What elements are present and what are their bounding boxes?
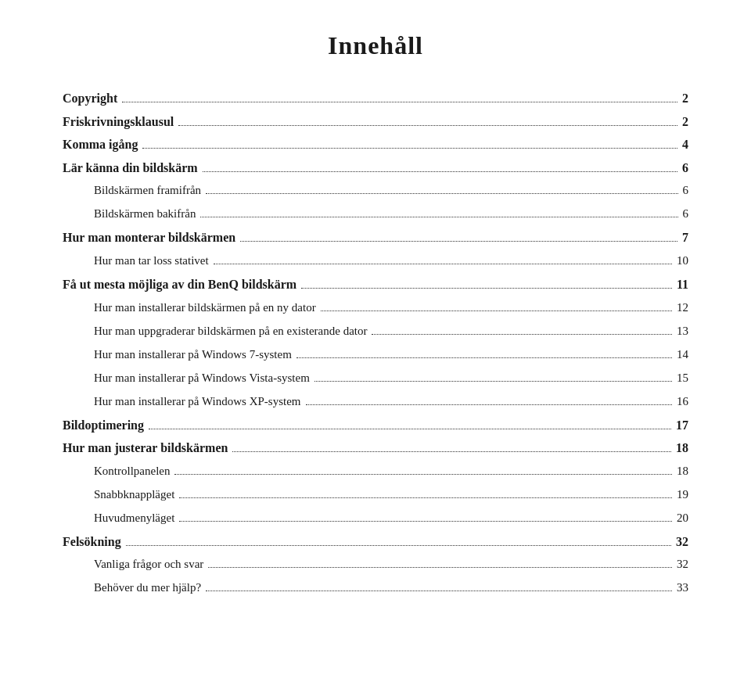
toc-dots	[232, 451, 671, 452]
toc-item: Bildoptimering17	[63, 415, 688, 436]
toc-item: Hur man tar loss stativet10	[63, 251, 688, 270]
toc-item: Hur man installerar på Windows Vista-sys…	[63, 368, 688, 387]
toc-dots	[206, 591, 672, 591]
toc-page: 6	[682, 158, 688, 178]
toc-label: Hur man monterar bildskärmen	[63, 228, 235, 248]
toc-page: 18	[676, 438, 688, 458]
toc-item: Hur man installerar på Windows 7-system1…	[63, 345, 688, 364]
toc-page: 11	[677, 275, 688, 295]
toc-label: Bildoptimering	[63, 415, 144, 436]
toc-item: Hur man uppgraderar bildskärmen på en ex…	[63, 321, 688, 340]
toc-page: 18	[677, 461, 688, 480]
toc-label: Hur man installerar bildskärmen på en ny…	[94, 298, 316, 317]
toc-item: Lär känna din bildskärm6	[63, 158, 688, 178]
toc-dots	[179, 521, 672, 522]
toc-item: Behöver du mer hjälp?33	[63, 578, 688, 597]
toc-dots	[208, 567, 672, 568]
toc-dots	[240, 241, 677, 242]
toc-label: Bildskärmen framifrån	[94, 181, 201, 199]
toc-dots	[122, 102, 677, 102]
toc-dots	[149, 429, 671, 429]
toc-page: 13	[677, 321, 688, 340]
toc-label: Felsökning	[63, 532, 121, 552]
toc-page: 33	[677, 578, 688, 597]
toc-page: 32	[676, 532, 688, 552]
toc-label: Kontrollpanelen	[94, 461, 170, 480]
toc-label: Bildskärmen bakifrån	[94, 204, 196, 223]
page-title: Innehåll	[63, 31, 688, 60]
toc-dots	[301, 288, 672, 289]
toc-page: 4	[682, 135, 688, 155]
toc-page: 14	[677, 345, 688, 364]
toc-item: Få ut mesta möjliga av din BenQ bildskär…	[63, 275, 688, 295]
toc-page: 17	[676, 415, 688, 436]
toc-label: Vanliga frågor och svar	[94, 555, 203, 573]
toc-item: Hur man monterar bildskärmen7	[63, 228, 688, 248]
toc-page: 6	[683, 204, 689, 223]
toc-dots	[206, 193, 677, 194]
toc-dots	[296, 357, 672, 358]
toc-item: Kontrollpanelen18	[63, 461, 688, 480]
toc-label: Snabbknappläget	[94, 485, 174, 504]
toc-dots	[306, 404, 673, 405]
toc-dots	[142, 148, 677, 149]
toc-dots	[203, 171, 677, 172]
toc-item: Copyright2	[63, 88, 688, 109]
toc-label: Lär känna din bildskärm	[63, 158, 198, 178]
toc-page: 2	[682, 112, 688, 132]
toc-list: Copyright2Friskrivningsklausul2Komma igå…	[63, 88, 688, 597]
toc-page: 6	[683, 181, 689, 199]
toc-label: Hur man justerar bildskärmen	[63, 438, 228, 458]
toc-page: 32	[677, 555, 688, 573]
toc-item: Hur man installerar bildskärmen på en ny…	[63, 298, 688, 317]
toc-item: Bildskärmen bakifrån6	[63, 204, 688, 223]
toc-page: 12	[677, 298, 688, 317]
toc-page: 2	[682, 88, 688, 109]
toc-dots	[178, 125, 677, 126]
toc-page: 20	[677, 508, 688, 527]
toc-dots	[200, 217, 677, 217]
toc-label: Komma igång	[63, 135, 138, 155]
toc-label: Hur man installerar på Windows XP-system	[94, 392, 301, 411]
toc-item: Snabbknappläget19	[63, 485, 688, 504]
toc-page: 19	[677, 485, 688, 504]
toc-item: Hur man justerar bildskärmen18	[63, 438, 688, 458]
toc-dots	[174, 474, 672, 475]
toc-item: Huvudmenyläget20	[63, 508, 688, 527]
toc-page: 15	[677, 368, 688, 387]
toc-dots	[314, 381, 672, 382]
toc-label: Få ut mesta möjliga av din BenQ bildskär…	[63, 275, 296, 295]
toc-label: Friskrivningsklausul	[63, 112, 174, 132]
toc-label: Copyright	[63, 88, 117, 109]
toc-label: Huvudmenyläget	[94, 508, 174, 527]
toc-dots	[372, 334, 672, 335]
toc-item: Friskrivningsklausul2	[63, 112, 688, 132]
toc-item: Komma igång4	[63, 135, 688, 155]
toc-label: Hur man tar loss stativet	[94, 251, 209, 270]
toc-item: Hur man installerar på Windows XP-system…	[63, 392, 688, 411]
toc-label: Hur man uppgraderar bildskärmen på en ex…	[94, 321, 367, 340]
toc-dots	[214, 264, 672, 264]
toc-label: Behöver du mer hjälp?	[94, 578, 201, 597]
toc-page: 16	[677, 392, 688, 411]
toc-item: Bildskärmen framifrån6	[63, 181, 688, 199]
toc-dots	[126, 545, 671, 546]
toc-dots	[321, 311, 672, 311]
toc-label: Hur man installerar på Windows Vista-sys…	[94, 368, 310, 387]
toc-label: Hur man installerar på Windows 7-system	[94, 345, 292, 364]
toc-item: Vanliga frågor och svar32	[63, 555, 688, 573]
toc-item: Felsökning32	[63, 532, 688, 552]
toc-dots	[179, 497, 672, 498]
toc-page: 10	[677, 251, 688, 270]
toc-page: 7	[682, 228, 688, 248]
